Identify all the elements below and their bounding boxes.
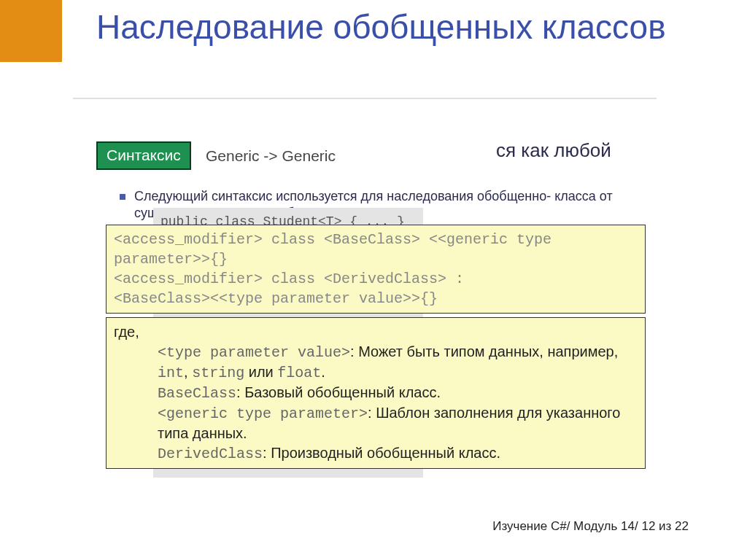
def-row-generic-type-parameter: <generic type parameter>: Шаблон заполне… [158,403,638,443]
def-row-type-parameter-value: <type parameter value>: Может быть типом… [158,342,638,383]
def-r1-int: int [158,365,184,381]
definition-box: где, <type parameter value>: Может быть … [106,317,646,469]
def-r1-code: <type parameter value> [158,344,350,361]
def-r4-text: : Производный обобщенный класс. [263,445,500,461]
page-title: Наследование обобщенных классов [96,7,666,47]
def-r2-text: : Базовый обобщенный класс. [236,384,441,400]
def-where: где, [114,322,638,342]
syntax-badge: Синтаксис [96,141,191,170]
def-r2-code: BaseClass [158,385,236,402]
tab-label: Generic -> Generic [206,147,336,165]
def-r1-text2: , [184,364,192,380]
def-r1-float: float [277,365,321,381]
corner-accent [0,0,62,62]
title-underline [73,98,657,99]
def-r1-text3: или [244,364,277,380]
bg-bullet-1-tail: ся как любой [496,139,611,163]
def-row-derivedclass: DerivedClass: Производный обобщенный кла… [158,443,638,464]
def-row-baseclass: BaseClass: Базовый обобщенный класс. [158,383,638,403]
syntax-code-box: <access_modifier> class <BaseClass> <<ge… [106,225,646,314]
def-r3-code: <generic type parameter> [158,405,368,422]
def-r4-code: DerivedClass [158,446,263,462]
def-r1-text1: : Может быть типом данных, например, [350,343,618,359]
slide: Наследование обобщенных классов ся как л… [0,0,747,560]
footer: Изучение C#/ Модуль 14/ 12 из 22 [492,519,689,534]
def-r1-string: string [192,365,244,381]
def-r1-text4: . [321,364,325,380]
